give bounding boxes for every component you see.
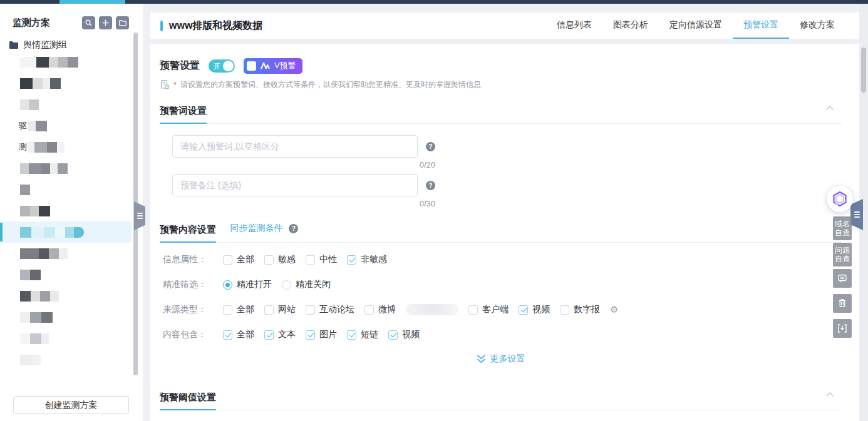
option-control[interactable] — [347, 330, 356, 340]
alert-toggle[interactable]: 开 — [209, 59, 235, 73]
domain-check-button[interactable]: 域名自查 — [833, 216, 852, 240]
filter-options: 全部 网站 互动论坛 — [223, 304, 610, 315]
filter-options: 全部 敏感 中性 — [223, 254, 397, 265]
help-icon[interactable] — [426, 142, 435, 151]
valert-checkbox[interactable] — [247, 61, 256, 71]
redacted-block — [20, 57, 36, 68]
option-control[interactable] — [282, 280, 291, 290]
filter-option[interactable]: 精准关闭 — [282, 279, 331, 290]
option-control[interactable] — [223, 330, 232, 340]
filter-option[interactable]: 文本 — [264, 329, 296, 340]
note-input[interactable] — [172, 174, 418, 196]
option-label: 精准打开 — [237, 279, 272, 290]
option-control[interactable] — [223, 305, 232, 315]
create-plan-button[interactable]: 创建监测方案 — [13, 396, 129, 414]
option-control[interactable] — [306, 305, 315, 315]
search-icon — [84, 18, 93, 28]
gear-icon[interactable]: ⚙ — [610, 304, 618, 315]
filter-option[interactable]: 微博 — [364, 304, 396, 315]
plan-list-item[interactable] — [0, 264, 132, 285]
plan-list-item[interactable] — [0, 349, 132, 370]
plan-list-item[interactable] — [0, 328, 132, 349]
assistant-logo-button[interactable] — [827, 186, 853, 212]
redacted-block — [20, 270, 30, 280]
tab[interactable]: 信息列表 — [546, 13, 602, 39]
more-settings-label: 更多设置 — [490, 353, 525, 365]
tab[interactable]: 定向信源设置 — [659, 13, 733, 39]
download-button[interactable] — [833, 319, 852, 338]
issue-check-button[interactable]: 问题自查 — [833, 243, 852, 266]
page-scrollbar-thumb[interactable] — [861, 48, 866, 93]
option-control[interactable] — [264, 255, 274, 265]
plan-list-item[interactable] — [0, 243, 132, 264]
filter-option[interactable]: 短链 — [347, 329, 378, 340]
plan-list-item[interactable]: 驱 — [0, 115, 132, 136]
help-icon[interactable] — [426, 181, 435, 190]
valert-button[interactable]: V预警 — [244, 58, 302, 74]
filter-option[interactable] — [406, 304, 458, 315]
filter-option[interactable]: 互动论坛 — [306, 304, 354, 315]
search-button[interactable] — [82, 16, 95, 29]
plan-list-item[interactable] — [0, 158, 132, 179]
sidebar-group[interactable]: 舆情监测组 — [0, 29, 143, 51]
filter-option[interactable]: 全部 — [223, 304, 254, 315]
option-control[interactable] — [364, 305, 374, 315]
filter-option[interactable]: 精准打开 — [223, 279, 272, 290]
redacted-block — [30, 206, 39, 216]
plan-list-item[interactable] — [0, 200, 132, 221]
redacted-block — [28, 142, 34, 153]
keyword-input[interactable] — [172, 135, 418, 158]
delete-button[interactable] — [833, 294, 852, 313]
redacted-block — [41, 163, 50, 174]
redacted-block — [39, 206, 50, 216]
tab[interactable]: 预警设置 — [733, 13, 789, 39]
option-control[interactable] — [264, 305, 274, 315]
sync-conditions-link[interactable]: 同步监测条件 — [230, 223, 282, 234]
setup-tip: * 请设置您的方案预警词、接收方式等条件，以便我们帮助您更精准、更及时的掌握舆情… — [160, 79, 842, 90]
option-control[interactable] — [468, 305, 478, 315]
redacted-block — [43, 78, 50, 89]
plan-list-item[interactable] — [0, 307, 132, 328]
plan-list-item[interactable] — [0, 51, 132, 73]
option-control[interactable] — [347, 255, 356, 265]
add-plan-button[interactable] — [99, 16, 112, 29]
option-control[interactable] — [560, 305, 569, 315]
plan-list-item[interactable] — [0, 221, 132, 243]
filter-option[interactable]: 客户端 — [468, 304, 509, 315]
tab[interactable]: 修改方案 — [789, 13, 845, 39]
collapse-section-button[interactable] — [825, 392, 834, 397]
option-control[interactable] — [306, 255, 315, 265]
filter-option[interactable]: 非敏感 — [347, 254, 387, 265]
more-settings-button[interactable]: 更多设置 — [160, 353, 842, 365]
option-control[interactable] — [388, 330, 398, 340]
plan-list-item[interactable] — [0, 179, 132, 200]
plan-list-item[interactable]: 测 — [0, 136, 132, 158]
tab[interactable]: 图表分析 — [602, 13, 659, 39]
plan-list-item[interactable] — [0, 285, 132, 307]
redacted-block — [20, 185, 30, 195]
group-folder-button[interactable] — [116, 16, 129, 29]
option-control[interactable] — [223, 280, 232, 290]
plan-list-item[interactable] — [0, 73, 132, 94]
filter-option[interactable]: 图片 — [306, 329, 337, 340]
help-icon[interactable] — [289, 224, 298, 233]
plan-list-item[interactable] — [0, 94, 132, 115]
option-control[interactable] — [264, 330, 274, 340]
option-label: 全部 — [237, 254, 254, 265]
filter-option[interactable]: 视频 — [388, 329, 420, 340]
collapse-section-button[interactable] — [825, 105, 834, 111]
sidebar-collapse-handle[interactable] — [134, 201, 145, 230]
filter-option[interactable]: 敏感 — [264, 254, 296, 265]
option-control[interactable] — [306, 330, 315, 340]
filter-option[interactable]: 数字报 — [560, 304, 600, 315]
filter-option[interactable]: 全部 — [223, 329, 254, 340]
filter-option[interactable]: 全部 — [223, 254, 254, 265]
filter-option[interactable]: 网站 — [264, 304, 296, 315]
filter-option[interactable]: 视频 — [519, 304, 550, 315]
redacted-plan-name — [20, 163, 68, 174]
option-control[interactable] — [519, 305, 528, 315]
filter-option[interactable]: 中性 — [306, 254, 337, 265]
feedback-button[interactable] — [833, 269, 852, 288]
option-control[interactable] — [223, 255, 232, 265]
filter-row-label: 来源类型： — [163, 304, 208, 315]
